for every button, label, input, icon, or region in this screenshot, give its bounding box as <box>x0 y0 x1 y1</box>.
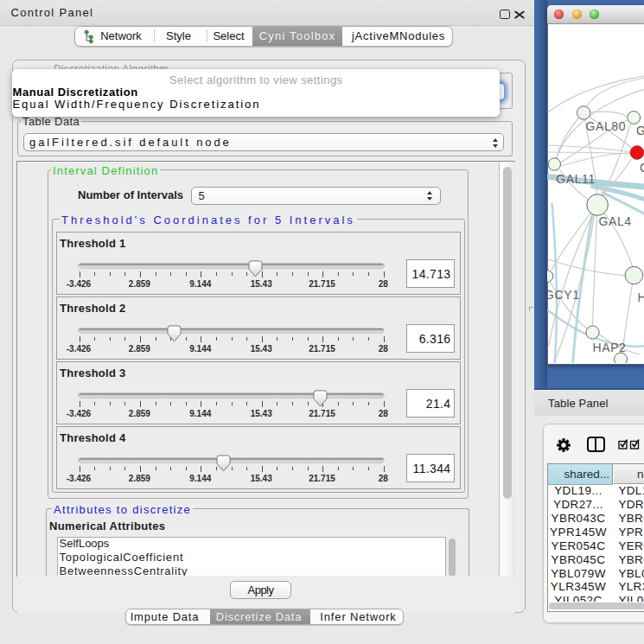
svg-text:HAP2: HAP2 <box>592 341 626 354</box>
svg-text:GAL4: GAL4 <box>598 214 631 228</box>
svg-text:C: C <box>640 161 644 175</box>
svg-text:GAL11: GAL11 <box>556 172 596 186</box>
svg-text:GA: GA <box>636 124 644 137</box>
svg-text:GCY1: GCY1 <box>547 288 580 302</box>
svg-text:H: H <box>637 290 644 304</box>
svg-text:GAL80: GAL80 <box>585 119 626 133</box>
